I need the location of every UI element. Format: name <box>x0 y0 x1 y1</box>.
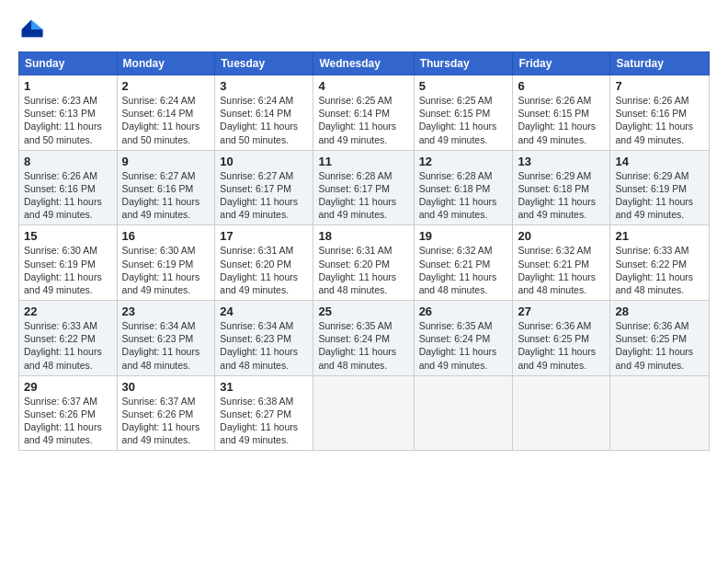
day-info: Sunrise: 6:30 AMSunset: 6:19 PMDaylight:… <box>24 245 102 295</box>
table-row: 14 Sunrise: 6:29 AMSunset: 6:19 PMDaylig… <box>610 150 710 225</box>
table-row: 29 Sunrise: 6:37 AMSunset: 6:26 PMDaylig… <box>19 375 118 451</box>
table-row: 16 Sunrise: 6:30 AMSunset: 6:19 PMDaylig… <box>117 225 215 301</box>
day-header-tuesday: Tuesday <box>215 52 313 75</box>
day-number: 17 <box>220 229 308 243</box>
table-row <box>513 375 610 451</box>
day-info: Sunrise: 6:32 AMSunset: 6:21 PMDaylight:… <box>518 245 596 295</box>
day-number: 20 <box>518 229 605 243</box>
day-info: Sunrise: 6:25 AMSunset: 6:15 PMDaylight:… <box>419 95 497 145</box>
day-info: Sunrise: 6:32 AMSunset: 6:21 PMDaylight:… <box>419 245 497 295</box>
day-info: Sunrise: 6:23 AMSunset: 6:13 PMDaylight:… <box>24 95 102 145</box>
calendar-week-5: 29 Sunrise: 6:37 AMSunset: 6:26 PMDaylig… <box>19 375 710 451</box>
day-number: 29 <box>24 380 112 394</box>
table-row: 11 Sunrise: 6:28 AMSunset: 6:17 PMDaylig… <box>313 150 414 225</box>
table-row: 9 Sunrise: 6:27 AMSunset: 6:16 PMDayligh… <box>117 150 215 225</box>
day-info: Sunrise: 6:34 AMSunset: 6:23 PMDaylight:… <box>220 320 298 371</box>
day-number: 2 <box>122 79 210 93</box>
day-number: 5 <box>419 79 508 93</box>
day-info: Sunrise: 6:26 AMSunset: 6:16 PMDaylight:… <box>24 170 102 221</box>
day-info: Sunrise: 6:36 AMSunset: 6:25 PMDaylight:… <box>518 320 596 371</box>
day-info: Sunrise: 6:26 AMSunset: 6:15 PMDaylight:… <box>518 95 596 145</box>
table-row: 6 Sunrise: 6:26 AMSunset: 6:15 PMDayligh… <box>513 75 610 151</box>
day-info: Sunrise: 6:26 AMSunset: 6:16 PMDaylight:… <box>615 95 693 145</box>
day-number: 30 <box>122 380 210 394</box>
day-info: Sunrise: 6:33 AMSunset: 6:22 PMDaylight:… <box>615 245 693 295</box>
day-info: Sunrise: 6:37 AMSunset: 6:26 PMDaylight:… <box>122 396 200 446</box>
day-number: 18 <box>318 229 408 243</box>
day-info: Sunrise: 6:24 AMSunset: 6:14 PMDaylight:… <box>122 95 200 145</box>
day-info: Sunrise: 6:25 AMSunset: 6:14 PMDaylight:… <box>318 95 396 145</box>
table-row <box>313 375 414 451</box>
logo-icon <box>18 17 44 42</box>
day-header-monday: Monday <box>117 52 215 75</box>
table-row: 8 Sunrise: 6:26 AMSunset: 6:16 PMDayligh… <box>19 150 118 225</box>
table-row: 5 Sunrise: 6:25 AMSunset: 6:15 PMDayligh… <box>414 75 513 151</box>
day-info: Sunrise: 6:35 AMSunset: 6:24 PMDaylight:… <box>318 320 396 371</box>
calendar-table: SundayMondayTuesdayWednesdayThursdayFrid… <box>18 52 710 451</box>
table-row: 26 Sunrise: 6:35 AMSunset: 6:24 PMDaylig… <box>414 301 513 376</box>
day-header-thursday: Thursday <box>414 52 513 75</box>
day-number: 3 <box>220 79 308 93</box>
day-number: 1 <box>24 79 112 93</box>
day-number: 26 <box>419 304 508 318</box>
day-info: Sunrise: 6:35 AMSunset: 6:24 PMDaylight:… <box>419 320 497 371</box>
day-number: 21 <box>615 229 704 243</box>
table-row: 7 Sunrise: 6:26 AMSunset: 6:16 PMDayligh… <box>610 75 710 151</box>
table-row: 23 Sunrise: 6:34 AMSunset: 6:23 PMDaylig… <box>117 301 215 376</box>
day-info: Sunrise: 6:31 AMSunset: 6:20 PMDaylight:… <box>220 245 298 295</box>
calendar-week-4: 22 Sunrise: 6:33 AMSunset: 6:22 PMDaylig… <box>19 301 710 376</box>
day-number: 9 <box>122 155 210 168</box>
table-row: 1Sunrise: 6:23 AMSunset: 6:13 PMDaylight… <box>19 75 118 151</box>
day-info: Sunrise: 6:28 AMSunset: 6:18 PMDaylight:… <box>419 170 497 221</box>
table-row: 19 Sunrise: 6:32 AMSunset: 6:21 PMDaylig… <box>414 225 513 301</box>
svg-rect-2 <box>22 29 43 37</box>
day-header-sunday: Sunday <box>19 52 118 75</box>
logo <box>18 17 48 42</box>
svg-marker-0 <box>31 20 43 30</box>
day-info: Sunrise: 6:27 AMSunset: 6:16 PMDaylight:… <box>122 170 200 221</box>
day-info: Sunrise: 6:29 AMSunset: 6:19 PMDaylight:… <box>615 170 693 221</box>
table-row: 10 Sunrise: 6:27 AMSunset: 6:17 PMDaylig… <box>215 150 313 225</box>
day-info: Sunrise: 6:29 AMSunset: 6:18 PMDaylight:… <box>518 170 596 221</box>
table-row: 2 Sunrise: 6:24 AMSunset: 6:14 PMDayligh… <box>117 75 215 151</box>
table-row: 25 Sunrise: 6:35 AMSunset: 6:24 PMDaylig… <box>313 301 414 376</box>
table-row: 28 Sunrise: 6:36 AMSunset: 6:25 PMDaylig… <box>610 301 710 376</box>
day-number: 6 <box>518 79 605 93</box>
day-number: 27 <box>518 304 605 318</box>
table-row: 24 Sunrise: 6:34 AMSunset: 6:23 PMDaylig… <box>215 301 313 376</box>
table-row: 12 Sunrise: 6:28 AMSunset: 6:18 PMDaylig… <box>414 150 513 225</box>
calendar-page: SundayMondayTuesdayWednesdayThursdayFrid… <box>0 0 728 563</box>
calendar-week-1: 1Sunrise: 6:23 AMSunset: 6:13 PMDaylight… <box>19 75 710 151</box>
day-info: Sunrise: 6:38 AMSunset: 6:27 PMDaylight:… <box>220 396 298 446</box>
day-info: Sunrise: 6:31 AMSunset: 6:20 PMDaylight:… <box>318 245 396 295</box>
table-row: 18 Sunrise: 6:31 AMSunset: 6:20 PMDaylig… <box>313 225 414 301</box>
day-info: Sunrise: 6:33 AMSunset: 6:22 PMDaylight:… <box>24 320 102 371</box>
day-number: 22 <box>24 304 112 318</box>
day-number: 7 <box>615 79 704 93</box>
day-number: 24 <box>220 304 308 318</box>
table-row: 31 Sunrise: 6:38 AMSunset: 6:27 PMDaylig… <box>215 375 313 451</box>
table-row: 22 Sunrise: 6:33 AMSunset: 6:22 PMDaylig… <box>19 301 118 376</box>
table-row: 15 Sunrise: 6:30 AMSunset: 6:19 PMDaylig… <box>19 225 118 301</box>
table-row <box>610 375 710 451</box>
table-row: 13 Sunrise: 6:29 AMSunset: 6:18 PMDaylig… <box>513 150 610 225</box>
day-header-wednesday: Wednesday <box>313 52 414 75</box>
table-row: 20 Sunrise: 6:32 AMSunset: 6:21 PMDaylig… <box>513 225 610 301</box>
day-number: 28 <box>615 304 704 318</box>
day-number: 19 <box>419 229 508 243</box>
table-row: 30 Sunrise: 6:37 AMSunset: 6:26 PMDaylig… <box>117 375 215 451</box>
day-number: 15 <box>24 229 112 243</box>
table-row: 21 Sunrise: 6:33 AMSunset: 6:22 PMDaylig… <box>610 225 710 301</box>
day-number: 11 <box>318 155 408 168</box>
svg-marker-1 <box>22 20 32 30</box>
table-row <box>414 375 513 451</box>
table-row: 27 Sunrise: 6:36 AMSunset: 6:25 PMDaylig… <box>513 301 610 376</box>
day-number: 4 <box>318 79 408 93</box>
day-info: Sunrise: 6:24 AMSunset: 6:14 PMDaylight:… <box>220 95 298 145</box>
calendar-week-3: 15 Sunrise: 6:30 AMSunset: 6:19 PMDaylig… <box>19 225 710 301</box>
day-info: Sunrise: 6:34 AMSunset: 6:23 PMDaylight:… <box>122 320 200 371</box>
day-info: Sunrise: 6:28 AMSunset: 6:17 PMDaylight:… <box>318 170 396 221</box>
table-row: 17 Sunrise: 6:31 AMSunset: 6:20 PMDaylig… <box>215 225 313 301</box>
day-header-saturday: Saturday <box>610 52 710 75</box>
day-number: 10 <box>220 155 308 168</box>
